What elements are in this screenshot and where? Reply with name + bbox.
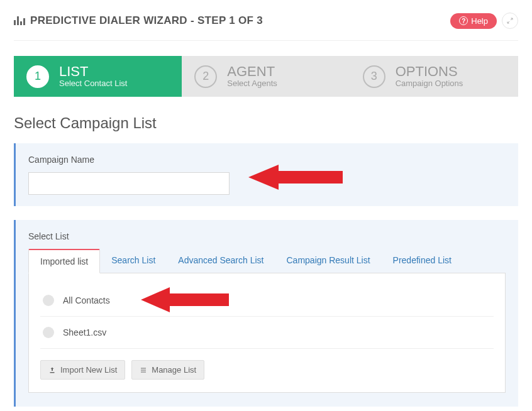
step-list[interactable]: 1 LIST Select Contact List <box>14 56 182 97</box>
question-icon: ? <box>459 16 468 25</box>
header-divider <box>14 40 518 41</box>
svg-marker-0 <box>248 165 343 190</box>
list-item[interactable]: Sheet1.csv <box>40 317 494 349</box>
step-agent[interactable]: 2 AGENT Select Agents <box>182 56 350 97</box>
step-subtitle: Select Agents <box>227 79 277 88</box>
list-item[interactable]: All Contacts <box>40 285 494 317</box>
arrow-left-icon <box>141 286 229 314</box>
step-text: AGENT Select Agents <box>227 65 277 88</box>
svg-marker-1 <box>141 287 229 312</box>
upload-icon <box>48 366 56 374</box>
annotation-arrow <box>141 286 229 314</box>
campaign-name-panel: Campaign Name <box>14 143 518 206</box>
tab-label: Search List <box>111 255 155 265</box>
step-text: LIST Select Contact List <box>59 65 127 88</box>
list-item-label: All Contacts <box>63 295 110 305</box>
wizard-steps: 1 LIST Select Contact List 2 AGENT Selec… <box>14 56 518 97</box>
expand-button[interactable] <box>502 13 518 29</box>
help-button[interactable]: ? Help <box>450 13 497 29</box>
step-title: LIST <box>59 65 127 79</box>
header-right: ? Help <box>450 13 518 29</box>
list-tabs: Imported list Search List Advanced Searc… <box>28 249 506 273</box>
campaign-name-label: Campaign Name <box>28 155 506 165</box>
section-heading: Select Campaign List <box>14 114 518 132</box>
step-number: 3 <box>363 65 385 88</box>
step-subtitle: Select Contact List <box>59 79 127 88</box>
manage-list-button[interactable]: Manage List <box>131 360 204 380</box>
annotation-arrow <box>248 163 343 191</box>
step-text: OPTIONS Campaign Options <box>396 65 463 88</box>
radio-icon[interactable] <box>43 327 54 338</box>
bar-chart-icon <box>14 16 25 25</box>
step-number: 2 <box>194 65 217 88</box>
tab-predefined-list[interactable]: Predefined List <box>382 249 463 273</box>
step-number: 1 <box>26 65 49 88</box>
tab-label: Imported list <box>40 256 88 266</box>
step-title: AGENT <box>227 65 277 79</box>
step-title: OPTIONS <box>396 65 463 79</box>
select-list-panel: Select List Imported list Search List Ad… <box>14 220 518 407</box>
arrow-left-icon <box>248 163 343 191</box>
list-item-label: Sheet1.csv <box>63 327 106 337</box>
page-title: PREDICTIVE DIALER WIZARD - STEP 1 OF 3 <box>30 14 263 27</box>
campaign-name-input[interactable] <box>28 172 230 195</box>
tab-search-list[interactable]: Search List <box>100 249 167 273</box>
help-button-label: Help <box>471 16 488 26</box>
step-options[interactable]: 3 OPTIONS Campaign Options <box>350 56 518 97</box>
page-header: PREDICTIVE DIALER WIZARD - STEP 1 OF 3 ?… <box>14 13 518 29</box>
button-label: Manage List <box>152 365 196 375</box>
tab-content: All Contacts Sheet1.csv Import New List … <box>28 273 506 393</box>
button-label: Import New List <box>60 365 117 375</box>
tab-advanced-search-list[interactable]: Advanced Search List <box>167 249 275 273</box>
tab-label: Campaign Result List <box>287 255 370 265</box>
step-subtitle: Campaign Options <box>396 79 463 88</box>
tab-label: Predefined List <box>393 255 452 265</box>
tab-campaign-result-list[interactable]: Campaign Result List <box>275 249 382 273</box>
radio-icon[interactable] <box>43 295 54 306</box>
header-left: PREDICTIVE DIALER WIZARD - STEP 1 OF 3 <box>14 14 263 27</box>
tab-imported-list[interactable]: Imported list <box>28 249 100 273</box>
select-list-label: Select List <box>28 231 506 241</box>
expand-icon <box>506 17 514 25</box>
tab-label: Advanced Search List <box>178 255 263 265</box>
import-new-list-button[interactable]: Import New List <box>40 360 125 380</box>
list-icon <box>140 366 147 374</box>
list-action-buttons: Import New List Manage List <box>40 360 494 380</box>
